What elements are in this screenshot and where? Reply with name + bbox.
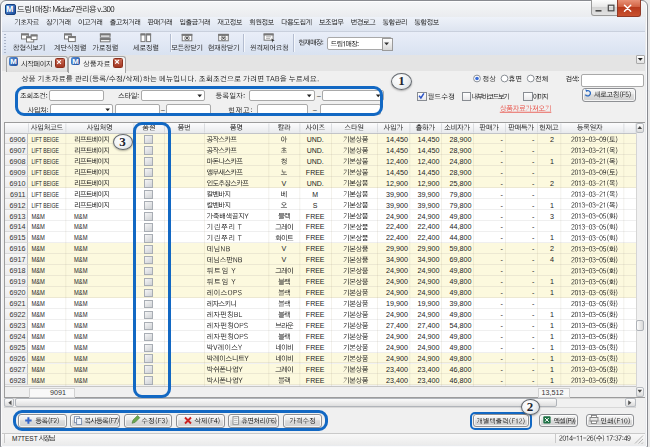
svg-text:49,800: 49,800 — [449, 277, 471, 286]
svg-text:1: 1 — [550, 310, 554, 319]
svg-text:49,800: 49,800 — [449, 288, 471, 297]
svg-text:M: M — [72, 57, 79, 66]
svg-text:-: - — [501, 212, 504, 221]
svg-text:LIFT BEIGE: LIFT BEIGE — [31, 191, 59, 198]
svg-text:-: - — [532, 168, 535, 177]
svg-text:-: - — [501, 190, 504, 199]
svg-text:1: 1 — [550, 233, 554, 242]
svg-text:FREE: FREE — [306, 169, 325, 176]
svg-text:FREE: FREE — [306, 344, 325, 351]
svg-text:FREE: FREE — [306, 223, 325, 230]
svg-text:6909: 6909 — [10, 168, 26, 177]
svg-text:14,450: 14,450 — [418, 168, 440, 177]
svg-text:FREE: FREE — [306, 333, 325, 340]
svg-text:6917: 6917 — [10, 255, 26, 264]
svg-text:49,800: 49,800 — [449, 310, 471, 319]
svg-text:FREE: FREE — [306, 289, 325, 296]
svg-text:39,900: 39,900 — [386, 190, 408, 199]
svg-text:M&M: M&M — [31, 355, 45, 362]
svg-text:6915: 6915 — [10, 233, 26, 242]
svg-text:24,900: 24,900 — [386, 310, 408, 319]
svg-text:59,800: 59,800 — [449, 244, 471, 253]
svg-text:44,800: 44,800 — [449, 222, 471, 231]
svg-text:6907: 6907 — [10, 146, 26, 155]
svg-text:9091: 9091 — [50, 388, 66, 397]
svg-text:FREE: FREE — [306, 355, 325, 362]
svg-text:6916: 6916 — [10, 244, 26, 253]
svg-text:19,900: 19,900 — [386, 299, 408, 308]
svg-text:6911: 6911 — [10, 190, 25, 199]
svg-text:6906: 6906 — [10, 135, 26, 144]
svg-text:24,900: 24,900 — [386, 212, 408, 221]
svg-text:M&M: M&M — [31, 267, 45, 274]
svg-text:6927: 6927 — [10, 365, 26, 374]
svg-text:49,800: 49,800 — [449, 212, 471, 221]
svg-text:LIFT BEIGE: LIFT BEIGE — [31, 147, 59, 154]
svg-text:M&M: M&M — [31, 245, 45, 252]
svg-text:24,900: 24,900 — [418, 354, 440, 363]
svg-text:-: - — [532, 299, 535, 308]
svg-text:-: - — [532, 343, 535, 352]
svg-text:6921: 6921 — [10, 299, 26, 308]
svg-text:14,450: 14,450 — [418, 146, 440, 155]
svg-text:23,400: 23,400 — [386, 376, 408, 385]
svg-text:M&M: M&M — [74, 234, 88, 241]
svg-text:24,900: 24,900 — [386, 288, 408, 297]
svg-text:UND.: UND. — [307, 136, 324, 143]
svg-text:M&M: M&M — [74, 355, 88, 362]
svg-text:79,800: 79,800 — [449, 190, 471, 199]
svg-text:M&M: M&M — [31, 333, 45, 340]
svg-text:3: 3 — [550, 212, 554, 221]
svg-text:12,900: 12,900 — [386, 179, 408, 188]
svg-text:-: - — [501, 135, 504, 144]
svg-text:34,900: 34,900 — [418, 255, 440, 264]
svg-text:-: - — [501, 321, 504, 330]
svg-text:M&M: M&M — [74, 267, 88, 274]
svg-text:-: - — [532, 212, 535, 221]
svg-text:M&M: M&M — [31, 223, 45, 230]
svg-text:1: 1 — [550, 376, 554, 385]
svg-text:6928: 6928 — [10, 376, 26, 385]
svg-text:24,900: 24,900 — [386, 277, 408, 286]
svg-text:24,900: 24,900 — [418, 343, 440, 352]
svg-text:-: - — [532, 201, 535, 210]
svg-text:-: - — [532, 376, 535, 385]
svg-text:23,400: 23,400 — [418, 365, 440, 374]
svg-text:V: V — [282, 255, 287, 264]
svg-text:24,900: 24,900 — [386, 332, 408, 341]
svg-text:M7TEST: M7TEST — [12, 435, 38, 442]
svg-text:13,512: 13,512 — [542, 388, 564, 397]
svg-text:39,800: 39,800 — [449, 299, 471, 308]
svg-text:24,900: 24,900 — [386, 266, 408, 275]
svg-text:M&M: M&M — [31, 344, 45, 351]
svg-text:39,900: 39,900 — [386, 201, 408, 210]
svg-text:FREE: FREE — [306, 300, 325, 307]
svg-text:1: 1 — [550, 365, 554, 374]
svg-text:-: - — [501, 233, 504, 242]
svg-text:M&M: M&M — [74, 213, 88, 220]
svg-text:6922: 6922 — [10, 310, 26, 319]
svg-text:-: - — [501, 168, 504, 177]
svg-text:6925: 6925 — [10, 343, 26, 352]
svg-text:M&M: M&M — [74, 223, 88, 230]
svg-text:M: M — [6, 4, 13, 14]
svg-text:-: - — [532, 332, 535, 341]
svg-text:UND.: UND. — [307, 180, 324, 187]
svg-text:6926: 6926 — [10, 354, 26, 363]
svg-text:22,400: 22,400 — [386, 233, 408, 242]
svg-text:M&M: M&M — [74, 245, 88, 252]
svg-text:28,900: 28,900 — [449, 168, 471, 177]
svg-text:1: 1 — [550, 288, 554, 297]
svg-text:14,450: 14,450 — [386, 135, 408, 144]
svg-text:54,800: 54,800 — [449, 321, 471, 330]
svg-text:24,900: 24,900 — [418, 277, 440, 286]
svg-text:M&M: M&M — [74, 256, 88, 263]
svg-text:29,900: 29,900 — [386, 244, 408, 253]
svg-text:49,800: 49,800 — [449, 354, 471, 363]
svg-text:79,800: 79,800 — [449, 201, 471, 210]
svg-text:14,450: 14,450 — [418, 135, 440, 144]
svg-text:6913: 6913 — [10, 212, 26, 221]
svg-text:24,900: 24,900 — [418, 288, 440, 297]
svg-text:M&M: M&M — [74, 322, 88, 329]
svg-text:49,800: 49,800 — [449, 343, 471, 352]
